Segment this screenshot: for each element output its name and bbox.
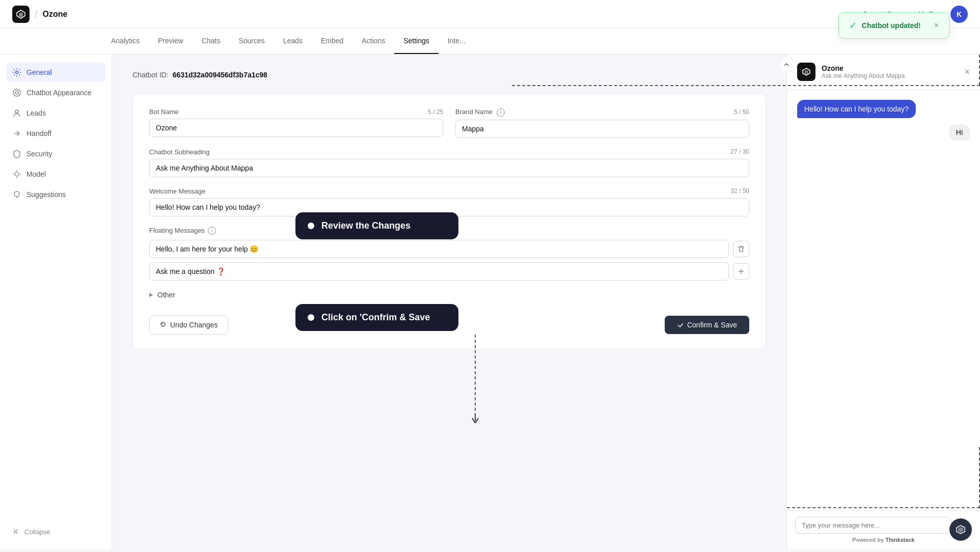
svg-point-0 xyxy=(16,71,18,74)
preview-close-button[interactable]: × xyxy=(964,67,970,77)
toast-success-icon: ✓ xyxy=(849,20,857,31)
sidebar-item-model[interactable]: Model xyxy=(6,164,105,184)
sidebar-item-handoff[interactable]: Handoff xyxy=(6,124,105,143)
brand-name-label-row: Brand Name i 5 / 50 xyxy=(455,108,749,117)
preview-message-input[interactable] xyxy=(795,517,951,534)
svg-point-3 xyxy=(15,110,18,113)
subheading-group: Chatbot Subheading 27 / 30 xyxy=(149,148,749,177)
topbar-divider: / xyxy=(35,8,38,20)
welcome-count: 32 / 50 xyxy=(730,187,749,195)
brand-name-label: Brand Name i xyxy=(455,108,505,117)
tab-leads[interactable]: Leads xyxy=(274,29,312,54)
fab-icon xyxy=(955,524,966,535)
app-name: Ozone xyxy=(43,10,68,19)
sidebar-item-general[interactable]: General xyxy=(6,63,105,82)
brand-name-count: 5 / 50 xyxy=(734,108,749,116)
collapse-label: Collapse xyxy=(24,528,50,536)
handoff-icon xyxy=(12,129,21,138)
sidebar-item-suggestions[interactable]: Suggestions xyxy=(6,185,105,204)
main-content: Chatbot ID: 6631d32a009456df3b7a1c98 Bot… xyxy=(112,54,786,549)
toast-close-button[interactable]: × xyxy=(934,21,939,30)
tab-chats[interactable]: Chats xyxy=(193,29,230,54)
tab-actions[interactable]: Actions xyxy=(352,29,394,54)
brand-name-input[interactable] xyxy=(455,120,749,138)
svg-point-5 xyxy=(14,191,19,197)
preview-logo xyxy=(797,63,815,81)
floating-messages-section: Floating Messages i xyxy=(149,227,749,281)
sidebar-item-security-label: Security xyxy=(26,150,52,158)
collapse-button[interactable]: Collapse xyxy=(6,522,105,541)
floating-info-icon[interactable]: i xyxy=(208,227,216,235)
user-message-bubble: Hi xyxy=(949,124,970,141)
tab-sources[interactable]: Sources xyxy=(229,29,274,54)
toast-notification: ✓ Chatbot updated! × xyxy=(838,12,949,39)
sidebar-item-leads-label: Leads xyxy=(26,109,46,117)
confirm-save-button[interactable]: Confirm & Save xyxy=(665,316,749,334)
undo-icon xyxy=(160,321,167,328)
floating-msg-input-1[interactable] xyxy=(149,262,729,281)
toast-message: Chatbot updated! xyxy=(862,21,921,30)
plus-icon xyxy=(738,268,745,275)
tab-embed[interactable]: Embed xyxy=(312,29,352,54)
bot-name-input[interactable] xyxy=(149,119,443,137)
topbar: / Ozone Contact Support My Bots K xyxy=(0,0,980,29)
sidebar-item-handoff-label: Handoff xyxy=(26,129,51,137)
floating-messages-label: Floating Messages i xyxy=(149,227,749,235)
brand-name-group: Brand Name i 5 / 50 xyxy=(455,108,749,138)
sidebar: General Chatbot Appearance Leads Handoff… xyxy=(0,54,112,549)
preview-panel: Ozone Ask me Anything About Mappa × Hell… xyxy=(786,54,980,549)
sidebar-item-general-label: General xyxy=(26,68,52,76)
subheading-input[interactable] xyxy=(149,159,749,177)
sidebar-item-suggestions-label: Suggestions xyxy=(26,190,66,199)
appearance-icon xyxy=(12,88,21,97)
tab-preview[interactable]: Preview xyxy=(149,29,193,54)
suggestions-icon xyxy=(12,190,21,199)
user-avatar[interactable]: K xyxy=(950,6,968,23)
sidebar-bottom: Collapse xyxy=(6,522,105,541)
bot-name-label: Bot Name xyxy=(149,108,179,116)
leads-icon xyxy=(12,108,21,118)
preview-header: Ozone Ask me Anything About Mappa × xyxy=(787,54,980,90)
tab-settings[interactable]: Settings xyxy=(394,29,439,54)
chatbot-id-value: 6631d32a009456df3b7a1c98 xyxy=(173,71,267,79)
security-icon xyxy=(12,149,21,158)
floating-msg-row-1 xyxy=(149,262,749,281)
floating-msg-row-0 xyxy=(149,240,749,258)
brand-info-icon[interactable]: i xyxy=(497,108,505,117)
welcome-input[interactable] xyxy=(149,198,749,216)
preview-title-group: Ozone Ask me Anything About Mappa xyxy=(822,64,905,79)
chatbot-fab[interactable] xyxy=(949,518,972,541)
other-section[interactable]: ▶ Other xyxy=(149,285,749,305)
bot-name-count: 5 / 25 xyxy=(428,108,443,116)
collapse-icon xyxy=(12,528,20,536)
other-label: Other xyxy=(157,291,175,299)
floating-msg-add[interactable] xyxy=(733,263,749,280)
preview-subtitle: Ask me Anything About Mappa xyxy=(822,72,905,79)
bot-message-bubble: Hello! How can I help you today? xyxy=(797,100,916,118)
sidebar-item-appearance-label: Chatbot Appearance xyxy=(26,89,92,97)
subheading-label: Chatbot Subheading xyxy=(149,148,210,156)
welcome-label: Welcome Message xyxy=(149,187,205,195)
subheading-count: 27 / 30 xyxy=(730,148,749,155)
preview-input-row xyxy=(795,517,972,534)
powered-by: Powered by Thinkstack xyxy=(795,537,972,543)
tab-integrations[interactable]: Inte... xyxy=(439,29,475,54)
tab-analytics[interactable]: Analytics xyxy=(102,29,149,54)
sidebar-item-security[interactable]: Security xyxy=(6,144,105,163)
preview-title: Ozone xyxy=(822,64,905,72)
arrow-down xyxy=(472,414,479,425)
welcome-label-row: Welcome Message 32 / 50 xyxy=(149,187,749,195)
floating-msg-delete-0[interactable] xyxy=(733,241,749,257)
undo-button[interactable]: Undo Changes xyxy=(149,315,228,335)
sidebar-item-leads[interactable]: Leads xyxy=(6,103,105,123)
model-icon xyxy=(12,170,21,179)
chatbot-id-label: Chatbot ID: xyxy=(132,71,169,79)
floating-msg-input-0[interactable] xyxy=(149,240,729,258)
other-arrow-icon: ▶ xyxy=(149,292,153,297)
scroll-up-button[interactable] xyxy=(779,57,794,72)
svg-point-2 xyxy=(15,91,18,94)
main-layout: General Chatbot Appearance Leads Handoff… xyxy=(0,54,980,549)
chatbot-id-row: Chatbot ID: 6631d32a009456df3b7a1c98 xyxy=(132,71,766,79)
subheading-label-row: Chatbot Subheading 27 / 30 xyxy=(149,148,749,156)
sidebar-item-appearance[interactable]: Chatbot Appearance xyxy=(6,83,105,102)
